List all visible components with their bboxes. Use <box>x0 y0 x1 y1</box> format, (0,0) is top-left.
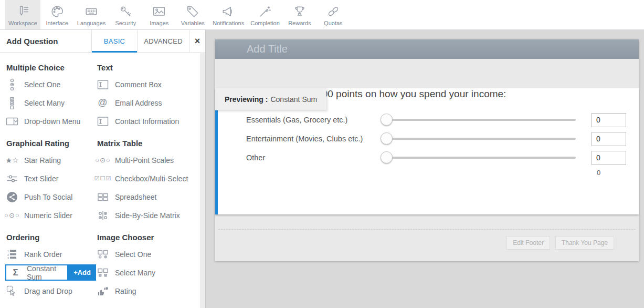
toolbar-item-security[interactable]: Security <box>109 0 142 29</box>
item-multi-point-scales[interactable]: ○⊙○ Multi-Point Scales <box>96 151 198 169</box>
item-select-one[interactable]: Select One <box>5 75 96 94</box>
item-drag-and-drop[interactable]: Drag and Drop <box>5 282 96 300</box>
image-radio-icon <box>96 250 110 259</box>
item-select-many[interactable]: Select Many <box>5 94 96 112</box>
item-label: Contact Information <box>115 117 179 126</box>
panel-scrollbar[interactable] <box>200 53 205 308</box>
previewing-badge: Previewing : Constant Sum <box>215 88 326 110</box>
item-image-select-many[interactable]: Select Many <box>96 263 198 282</box>
item-email-address[interactable]: @ Email Address <box>96 94 198 112</box>
section-title: Image Chooser <box>97 233 198 242</box>
section-text: Text Comment Box @ Email Address Contact… <box>96 55 198 130</box>
item-label: Constant Sum <box>27 264 65 281</box>
item-spreadsheet[interactable]: Spreadsheet <box>96 188 198 206</box>
item-label: Email Address <box>115 99 162 107</box>
section-title: Multiple Choice <box>6 63 96 72</box>
item-star-rating[interactable]: ★☆ Star Rating <box>5 151 96 169</box>
constant-sum-row: Other <box>246 148 639 167</box>
palette-icon <box>50 5 64 18</box>
chain-links-icon <box>326 5 340 18</box>
side-by-side-icon <box>96 210 110 221</box>
item-comment-box[interactable]: Comment Box <box>96 75 198 94</box>
item-drop-down-menu[interactable]: Drop-down Menu <box>5 112 96 130</box>
slider-handle[interactable] <box>381 151 393 163</box>
slider-handle[interactable] <box>381 132 393 145</box>
add-question-button[interactable]: +Add <box>68 264 96 281</box>
numeric-slider-icon: ○⊙○ <box>5 211 19 219</box>
toolbar-label: Interface <box>46 20 68 26</box>
item-side-by-side-matrix[interactable]: Side-By-Side Matrix <box>96 206 198 224</box>
section-band: Graphical Rating ★☆ Star Rating Text Sli… <box>5 130 198 224</box>
edit-footer-button[interactable]: Edit Footer <box>506 236 550 250</box>
item-label: Checkbox/Multi-Select <box>115 174 188 183</box>
item-image-select-one[interactable]: Select One <box>96 245 198 263</box>
points-input[interactable] <box>592 113 626 127</box>
points-input[interactable] <box>592 132 626 146</box>
checkbox-multi-icon: ☑☐☑ <box>96 175 110 182</box>
item-numeric-slider[interactable]: ○⊙○ Numeric Slider <box>5 206 96 224</box>
toolbar-item-workspace[interactable]: Workspace <box>5 0 40 29</box>
item-label: Select Many <box>115 269 155 277</box>
rank-order-icon: 123 <box>5 249 19 260</box>
item-label: Multi-Point Scales <box>115 156 174 165</box>
tag-icon <box>186 5 199 18</box>
section-title: Graphical Rating <box>6 139 96 148</box>
toolbar-label: Variables <box>181 20 205 26</box>
toolbar-item-completion[interactable]: Completion <box>247 0 283 29</box>
image-checkbox-icon <box>96 268 110 278</box>
toolbar-item-rewards[interactable]: Rewards <box>283 0 316 29</box>
toolbar-item-variables[interactable]: Variables <box>176 0 209 29</box>
text-box-icon <box>96 116 110 127</box>
item-label: Comment Box <box>115 80 162 89</box>
item-label: Star Rating <box>24 156 61 165</box>
item-label: Rating <box>115 287 136 295</box>
close-icon[interactable]: × <box>189 30 205 52</box>
tab-advanced[interactable]: ADVANCED <box>137 30 189 52</box>
thank-you-page-button[interactable]: Thank You Page <box>555 236 614 250</box>
survey-title-placeholder[interactable]: Add Title <box>215 39 639 59</box>
item-checkbox-multi-select[interactable]: ☑☐☑ Checkbox/Multi-Select <box>96 169 198 188</box>
stars-icon: ★☆ <box>5 156 19 165</box>
item-label: Drag and Drop <box>24 287 72 295</box>
section-ordering: Ordering 123 Rank Order Σ Constant Sum +… <box>5 224 96 300</box>
section-matrix-table: Matrix Table ○⊙○ Multi-Point Scales ☑☐☑ … <box>96 130 198 224</box>
slider-handle[interactable] <box>381 114 393 126</box>
constant-sum-rows: Essentials (Gas, Grocery etc.) Entertain… <box>246 110 639 167</box>
slider-track[interactable] <box>386 138 576 140</box>
at-sign-icon: @ <box>96 97 110 108</box>
item-push-to-social[interactable]: Push To Social <box>5 188 96 206</box>
item-label: Select One <box>115 250 151 259</box>
item-rank-order[interactable]: 123 Rank Order <box>5 245 96 263</box>
panel-body: Multiple Choice Select One Select Many <box>0 53 205 300</box>
section-title: Text <box>97 63 198 72</box>
trophy-icon <box>293 5 307 18</box>
radio-list-icon <box>5 78 19 91</box>
item-constant-sum[interactable]: Σ Constant Sum <box>5 264 68 281</box>
thumbs-up-icon <box>96 286 110 296</box>
tab-basic[interactable]: BASIC <box>91 30 137 52</box>
slider-track[interactable] <box>386 119 576 121</box>
share-icon <box>5 191 19 203</box>
points-input[interactable] <box>592 151 626 165</box>
add-question-panel: Add Question BASIC ADVANCED × Multiple C… <box>0 30 206 308</box>
previewing-label: Previewing : <box>225 95 268 104</box>
toolbar-item-quotas[interactable]: Quotas <box>316 0 350 29</box>
toolbar-item-notifications[interactable]: Notifications <box>209 0 247 29</box>
toolbar-item-interface[interactable]: Interface <box>40 0 74 29</box>
points-slider <box>381 151 576 164</box>
item-contact-information[interactable]: Contact Information <box>96 112 198 130</box>
text-box-icon <box>96 79 110 90</box>
item-label: Rank Order <box>24 250 62 259</box>
item-image-rating[interactable]: Rating <box>96 282 198 300</box>
section-title: Ordering <box>6 233 96 242</box>
sigma-icon: Σ <box>9 268 23 278</box>
toolbar-label: Workspace <box>8 20 37 26</box>
checkbox-list-icon <box>5 97 19 109</box>
toolbar-item-languages[interactable]: Languages <box>74 0 109 29</box>
section-band: Ordering 123 Rank Order Σ Constant Sum +… <box>5 224 198 300</box>
item-text-slider[interactable]: Text Slider <box>5 169 96 188</box>
toolbar-item-images[interactable]: Images <box>142 0 176 29</box>
section-graphical-rating: Graphical Rating ★☆ Star Rating Text Sli… <box>5 130 96 224</box>
item-label: Side-By-Side Matrix <box>115 211 180 220</box>
slider-track[interactable] <box>386 157 576 159</box>
